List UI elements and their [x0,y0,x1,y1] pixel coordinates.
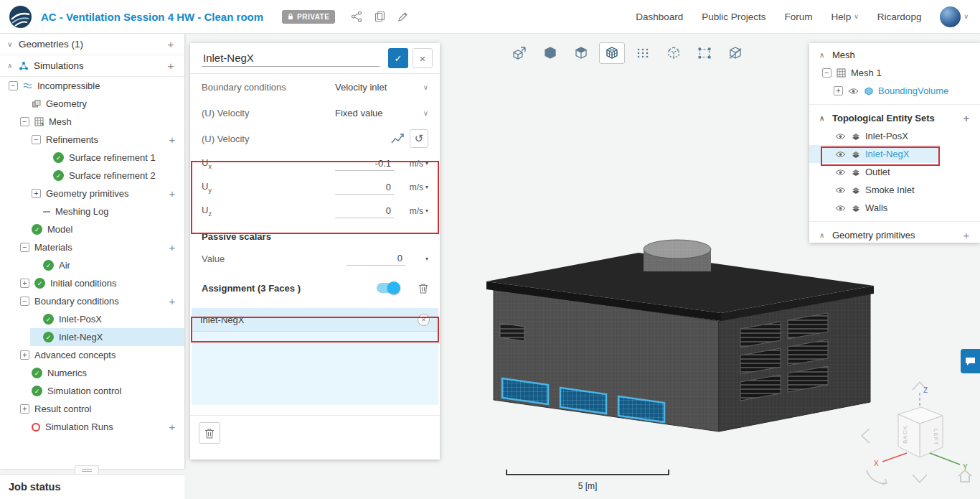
box-select-button[interactable] [692,42,717,64]
passive-scalar-value-input[interactable]: 0 [347,251,405,266]
solid-view-button[interactable] [537,42,563,64]
add-refinement-button[interactable]: + [166,134,179,146]
support-chat-button[interactable] [961,349,980,373]
add-boundary-condition-button[interactable]: + [166,295,179,307]
ux-unit-dropdown[interactable]: m/s ▾ [400,159,428,169]
visibility-eye-icon[interactable] [835,205,846,212]
tree-item-initial-conditions[interactable]: + ✓ Initial conditions [0,274,184,292]
tree-item-inlet-posx[interactable]: ✓ Inlet-PosX [0,310,184,328]
add-geometry-primitive-button[interactable]: + [960,229,973,241]
nav-help[interactable]: Help ∨ [831,11,859,22]
expand-icon[interactable]: + [834,86,843,95]
mesh-clip-button[interactable] [722,42,748,64]
assignment-toggle[interactable] [377,283,398,293]
simulations-section-header[interactable]: ∧ Simulations + [0,55,184,77]
add-entity-set-button[interactable]: + [960,112,973,124]
add-run-button[interactable]: + [166,421,179,433]
app-logo-icon[interactable] [9,5,32,29]
velocity-type-select[interactable]: Fixed value ∨ [335,108,428,118]
apply-button[interactable]: ✓ [388,48,408,68]
job-status-handle[interactable] [75,465,99,474]
panel-title-input[interactable]: Inlet-NegX [202,50,380,67]
geometry-primitives-header[interactable]: ∧ Geometry primitives + [809,226,980,244]
tree-item-advanced-concepts[interactable]: + Advanced concepts [0,346,184,364]
visibility-eye-icon[interactable] [835,169,846,176]
share-icon[interactable] [351,11,362,22]
tree-item-air[interactable]: ✓ Air [0,256,184,274]
visibility-eye-icon[interactable] [848,88,859,95]
ux-input[interactable]: -0.1 [335,157,394,171]
delete-boundary-condition-button[interactable] [199,422,220,444]
entity-set-outlet[interactable]: Outlet [809,163,980,181]
expand-icon[interactable]: + [32,189,41,198]
collapse-icon[interactable]: − [20,297,29,306]
visibility-eye-icon[interactable] [835,187,846,194]
collapse-icon[interactable]: − [32,135,41,144]
collapse-icon[interactable]: − [9,81,18,90]
job-status-bar[interactable]: Job status [0,474,184,499]
tree-item-geometry[interactable]: Geometry [0,95,184,113]
mesh-section-header[interactable]: ∧ Mesh [809,46,980,64]
uy-unit-dropdown[interactable]: m/s ▾ [400,182,428,192]
user-menu[interactable]: ∨ [940,6,969,27]
passive-scalar-unit-dropdown[interactable]: ▾ [411,256,428,262]
expand-icon[interactable]: + [20,404,29,414]
geometries-section-header[interactable]: ∨ Geometries (1) + [0,34,184,55]
boundary-conditions-select[interactable]: Velocity inlet ∨ [335,82,428,93]
close-panel-button[interactable]: × [413,48,433,68]
entity-set-inlet-posx[interactable]: Inlet-PosX [809,127,980,145]
tree-item-simulation-runs[interactable]: Simulation Runs + [0,418,184,436]
clear-assignment-trash-icon[interactable] [418,283,428,294]
add-primitive-button[interactable]: + [166,187,179,200]
visibility-eye-icon[interactable] [835,151,846,158]
expand-icon[interactable]: + [20,350,29,360]
tree-item-numerics[interactable]: ✓ Numerics [0,364,184,382]
visibility-eye-icon[interactable] [835,133,846,140]
add-geometry-button[interactable]: + [164,38,177,50]
scene-item-boundingvolume[interactable]: + BoundingVolume [809,82,980,100]
uy-input[interactable]: 0 [335,180,394,195]
collapse-icon[interactable]: − [822,68,831,78]
fit-view-button[interactable] [507,42,532,64]
point-view-button[interactable] [630,42,656,64]
tree-item-surface-refinement-1[interactable]: ✓ Surface refinement 1 [0,149,184,167]
tree-item-mesh[interactable]: − Mesh [0,113,184,131]
tree-item-inlet-negx[interactable]: ✓ Inlet-NegX [0,328,184,346]
tree-item-meshing-log[interactable]: Meshing Log [0,202,184,220]
assignment-item-inlet-negx[interactable]: Inlet-NegX × [192,308,438,332]
nav-username[interactable]: Ricardopg [877,11,922,22]
tree-item-surface-refinement-2[interactable]: ✓ Surface refinement 2 [0,167,184,185]
tree-item-boundary-conditions[interactable]: − Boundary conditions + [0,292,184,310]
tree-item-incompressible[interactable]: − Incompressible [0,77,184,95]
add-simulation-button[interactable]: + [164,60,177,72]
tree-item-geometry-primitives[interactable]: + Geometry primitives + [0,185,184,202]
uz-input[interactable]: 0 [335,204,394,218]
table-chart-input-button[interactable] [391,134,404,144]
entity-set-inlet-negx[interactable]: Inlet-NegX [809,145,940,163]
transparency-view-button[interactable] [661,42,687,64]
collapse-icon[interactable]: − [20,243,29,252]
home-view-icon[interactable] [957,469,973,485]
add-material-button[interactable]: + [166,241,179,253]
nav-public-projects[interactable]: Public Projects [702,11,765,22]
tree-item-simulation-control[interactable]: ✓ Simulation control [0,382,184,400]
remove-assignment-icon[interactable]: × [418,314,430,326]
topological-entity-sets-header[interactable]: ∧ Topological Entity Sets + [809,109,980,127]
expand-icon[interactable]: + [20,279,29,288]
entity-set-walls[interactable]: Walls [809,199,980,217]
surface-mesh-view-button[interactable] [599,42,625,64]
reset-button[interactable]: ↺ [410,129,428,148]
collapse-icon[interactable]: − [20,117,29,126]
nav-dashboard[interactable]: Dashboard [636,11,683,22]
entity-set-smoke-inlet[interactable]: Smoke Inlet [809,181,980,199]
tree-item-result-control[interactable]: + Result control [0,400,184,418]
tree-item-refinements[interactable]: − Refinements + [0,131,184,149]
copy-project-icon[interactable] [374,11,385,22]
surface-view-button[interactable] [568,42,594,64]
tree-item-materials[interactable]: − Materials + [0,238,184,256]
scene-item-mesh-1[interactable]: − Mesh 1 [809,64,980,82]
tree-item-model[interactable]: ✓ Model [0,220,184,238]
edit-icon[interactable] [397,11,408,22]
uz-unit-dropdown[interactable]: m/s ▾ [400,206,428,216]
nav-forum[interactable]: Forum [784,11,812,22]
